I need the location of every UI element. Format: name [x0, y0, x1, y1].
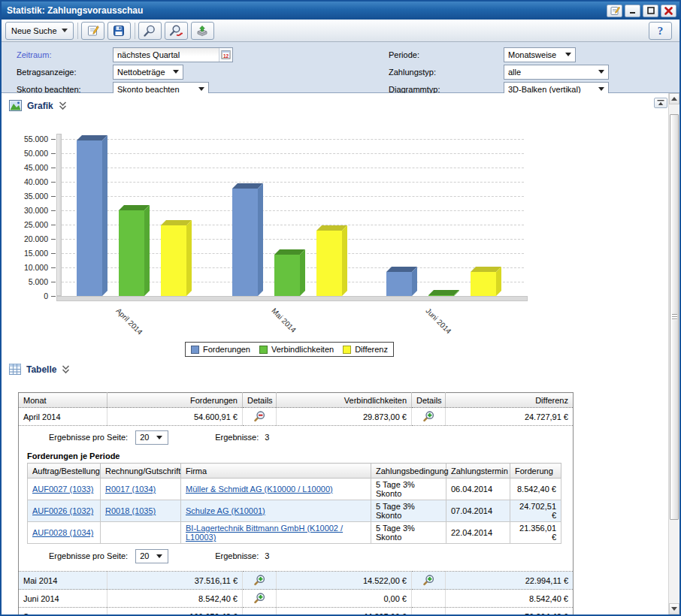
auftrag-link[interactable]: AUF0028 (1034)	[32, 528, 93, 537]
close-button[interactable]	[661, 5, 676, 17]
details-magnifier-plus[interactable]	[422, 578, 435, 587]
col-verbindlichkeiten[interactable]: Verbindlichkeiten	[277, 393, 412, 408]
table-row-juni: Juni 2014 8.542,40 € 0,00 € 8.542,40 €	[19, 590, 574, 608]
save-icon	[113, 25, 125, 37]
col-forderung[interactable]: Forderung	[510, 464, 561, 479]
y-tick	[51, 267, 56, 268]
betragsanzeige-select[interactable]: Nettobeträge	[113, 65, 183, 80]
bar-differenz-juni-2014[interactable]	[471, 272, 501, 296]
bar-forderungen-juni-2014[interactable]	[386, 272, 417, 296]
col-monat[interactable]: Monat	[19, 393, 107, 408]
chevron-down-icon	[156, 554, 162, 558]
scroll-down-button[interactable]	[669, 603, 679, 614]
bar-verbindlichkeiten-mai-2014[interactable]	[274, 255, 305, 296]
col-differenz[interactable]: Differenz	[446, 393, 574, 408]
col-zahlungsbedingung[interactable]: Zahlungsbedingung	[371, 464, 446, 479]
y-tick	[51, 239, 56, 240]
bar-verbindlichkeiten-april-2014[interactable]	[119, 210, 150, 296]
thumb-grip	[672, 314, 677, 320]
y-tick-label: 5.000	[2, 277, 48, 286]
minimize-button[interactable]	[625, 5, 640, 17]
verbindlichkeiten-cell: 0,00 €	[277, 590, 412, 608]
auftrag-link[interactable]: AUF0026 (1032)	[32, 506, 93, 515]
search-again-button[interactable]	[165, 22, 188, 40]
per-page-select[interactable]: 20	[135, 430, 168, 445]
double-chevron-down-icon[interactable]	[62, 364, 70, 374]
table-row-april-details: Ergebnisse pro Seite: 20 Ergebnisse: 3 F…	[19, 426, 574, 572]
magnifier-minus-icon	[253, 410, 266, 422]
per-page-select[interactable]: 20	[135, 549, 168, 563]
tabelle-section-header: Tabelle	[9, 364, 70, 375]
summe-differenz: 56.264,42 €	[446, 608, 574, 615]
forderungen-detail-table: Auftrag/Bestellung Rechnung/Gutschrift F…	[27, 463, 561, 544]
bar-face	[77, 140, 102, 296]
table-grid-icon	[9, 364, 21, 375]
col-firma[interactable]: Firma	[181, 464, 371, 479]
bar-forderungen-april-2014[interactable]	[77, 140, 107, 296]
bar-verbindlichkeiten-juni-2014[interactable]	[428, 295, 459, 296]
forderungen-cell: 54.600,91 €	[107, 408, 243, 426]
periode-select[interactable]: Monatsweise	[504, 47, 576, 62]
x-axis-label: Mai 2014	[270, 306, 298, 334]
export-button[interactable]	[191, 22, 214, 40]
vertical-scrollbar[interactable]	[668, 93, 679, 614]
calendar-button[interactable]: 12	[219, 48, 232, 62]
verbindlichkeiten-cell: 14.522,00 €	[277, 572, 412, 590]
chevron-down-icon	[62, 29, 68, 32]
maximize-button[interactable]	[643, 5, 658, 17]
rechnung-link[interactable]: R0017 (1034)	[105, 485, 156, 494]
forderung-cell: 8.542,40 €	[510, 479, 561, 500]
details-magnifier-plus[interactable]	[253, 596, 266, 605]
save-button[interactable]	[107, 22, 131, 40]
chevron-down-icon	[565, 53, 571, 56]
bar-face	[386, 272, 412, 296]
y-tick-label: 20.000	[2, 234, 48, 243]
col-auftrag[interactable]: Auftrag/Bestellung	[28, 464, 101, 479]
scrollbar-thumb[interactable]	[670, 114, 679, 520]
scroll-up-button[interactable]	[669, 93, 679, 104]
help-button[interactable]: ?	[649, 22, 672, 40]
neue-suche-button[interactable]: Neue Suche	[5, 22, 74, 40]
legend-item: Forderungen	[191, 345, 250, 354]
zahlungstyp-select[interactable]: alle	[504, 65, 609, 80]
chevron-down-icon	[156, 436, 162, 439]
firma-link[interactable]: BI-Lagertechnik Bittmann GmbH (K10002 / …	[186, 524, 343, 542]
auftrag-link[interactable]: AUF0027 (1033)	[32, 485, 93, 494]
bar-differenz-april-2014[interactable]	[161, 225, 192, 296]
col-zahlungstermin[interactable]: Zahlungstermin	[446, 464, 510, 479]
rechnung-link[interactable]: R0018 (1035)	[105, 506, 156, 515]
bar-differenz-mai-2014[interactable]	[316, 231, 347, 296]
details-magnifier-plus[interactable]	[422, 415, 435, 424]
y-tick-label: 0	[2, 291, 48, 300]
zeitraum-input[interactable]: nächstes Quartal 12	[113, 47, 233, 62]
col-forderungen[interactable]: Forderungen	[107, 393, 243, 408]
details-magnifier-minus[interactable]	[253, 415, 266, 424]
col-rechnung[interactable]: Rechnung/Gutschrift	[101, 464, 181, 479]
detail-table-row: AUF0026 (1032)R0018 (1035)Schulze AG (K1…	[28, 500, 561, 522]
y-tick	[51, 139, 56, 140]
y-tick-label: 25.000	[2, 220, 48, 229]
search-button[interactable]	[138, 22, 162, 40]
neue-suche-label: Neue Suche	[11, 26, 57, 35]
bar-forderungen-mai-2014[interactable]	[232, 189, 263, 296]
zahlungstermin-cell: 07.04.2014	[446, 500, 510, 522]
results-count: 3	[265, 433, 269, 442]
note-pencil-icon	[86, 24, 99, 37]
details-magnifier-plus[interactable]	[253, 578, 266, 587]
chart-floor	[56, 296, 528, 301]
legend-swatch	[259, 346, 268, 354]
y-tick	[51, 282, 56, 282]
per-page-value: 20	[140, 551, 149, 560]
results-table-wrap: Monat Forderungen Details Verbindlichkei…	[18, 392, 573, 614]
edit-note-button[interactable]	[81, 22, 104, 40]
zeitraum-label[interactable]: Zeitraum:	[2, 50, 113, 59]
firma-link[interactable]: Schulze AG (K10001)	[186, 506, 265, 515]
y-tick-label: 50.000	[2, 149, 48, 158]
results-label: Ergebnisse:	[215, 433, 259, 442]
y-tick	[51, 225, 56, 225]
gridline	[62, 139, 524, 140]
x-axis-label: Juni 2014	[424, 306, 452, 335]
note-window-button[interactable]	[607, 5, 622, 17]
firma-link[interactable]: Müller & Schmidt AG (K10000 / L10000)	[186, 485, 333, 494]
y-tick	[51, 168, 56, 168]
